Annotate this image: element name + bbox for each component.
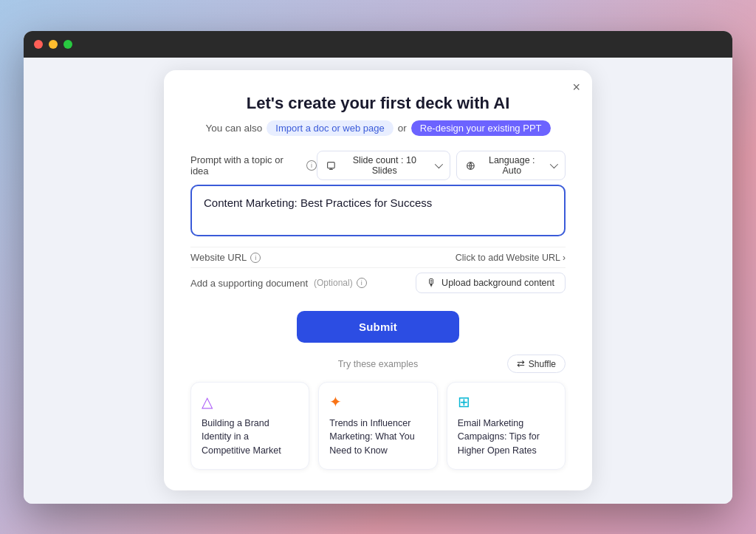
upload-background-button[interactable]: 🎙 Upload background content	[416, 273, 566, 293]
examples-header: Try these examples ⇄ Shuffle	[190, 355, 566, 373]
maximize-traffic-light[interactable]	[63, 40, 72, 49]
slide-count-chevron	[434, 160, 442, 168]
doc-label: Add a supporting document (Optional) i	[190, 278, 367, 289]
close-traffic-light[interactable]	[34, 40, 43, 49]
browser-content: × Let's create your first deck with AI Y…	[24, 58, 732, 504]
example-card-2-text: Trends in Influencer Marketing: What You…	[329, 417, 426, 456]
example-card-3[interactable]: ⊞ Email Marketing Campaigns: Tips for Hi…	[447, 382, 566, 469]
shuffle-icon: ⇄	[517, 358, 525, 369]
language-chevron	[550, 160, 558, 168]
controls-row: Prompt with a topic or idea i Slide coun…	[190, 151, 566, 180]
shuffle-button[interactable]: ⇄ Shuffle	[507, 355, 566, 373]
website-url-row: Website URL i Click to add Website URL ›	[190, 247, 566, 267]
prompt-label: Prompt with a topic or idea i	[190, 154, 317, 177]
submit-button[interactable]: Submit	[297, 311, 459, 343]
slide-count-selector[interactable]: Slide count : 10 Slides	[317, 151, 450, 180]
examples-label: Try these examples	[315, 359, 440, 369]
selectors-row: Slide count : 10 Slides Language : Auto	[317, 151, 566, 180]
prompt-info-icon[interactable]: i	[306, 160, 317, 171]
example-card-1[interactable]: △ Building a Brand Identity in a Competi…	[190, 382, 309, 469]
subtitle-or: or	[398, 123, 407, 134]
supporting-doc-row: Add a supporting document (Optional) i 🎙…	[190, 267, 566, 298]
browser-window: × Let's create your first deck with AI Y…	[24, 31, 732, 504]
example-cards-container: △ Building a Brand Identity in a Competi…	[190, 382, 566, 469]
redesign-badge[interactable]: Re-design your existing PPT	[411, 120, 551, 136]
upload-icon: 🎙	[427, 277, 437, 289]
example-card-1-icon: △	[202, 393, 298, 411]
example-card-3-text: Email Marketing Campaigns: Tips for High…	[458, 417, 554, 456]
modal-title: Let's create your first deck with AI	[190, 94, 566, 113]
prompt-input[interactable]: Content Marketing: Best Practices for Su…	[190, 185, 566, 236]
svg-rect-0	[328, 162, 335, 168]
modal-close-button[interactable]: ×	[572, 81, 580, 94]
example-card-3-icon: ⊞	[458, 393, 554, 411]
doc-info-icon[interactable]: i	[357, 278, 367, 288]
main-modal: × Let's create your first deck with AI Y…	[164, 70, 592, 490]
slides-icon	[326, 161, 336, 171]
subtitle-row: You can also Import a doc or web page or…	[190, 120, 566, 136]
example-card-2-icon: ✦	[329, 393, 426, 411]
add-website-url-action[interactable]: Click to add Website URL ›	[456, 253, 566, 263]
add-url-arrow-icon: ›	[563, 253, 566, 263]
import-badge[interactable]: Import a doc or web page	[267, 120, 393, 136]
minimize-traffic-light[interactable]	[49, 40, 58, 49]
example-card-1-text: Building a Brand Identity in a Competiti…	[202, 417, 298, 456]
subtitle-prefix: You can also	[205, 123, 262, 134]
language-selector[interactable]: Language : Auto	[456, 151, 566, 180]
titlebar	[24, 31, 732, 58]
example-card-2[interactable]: ✦ Trends in Influencer Marketing: What Y…	[318, 382, 437, 469]
modal-overlay: × Let's create your first deck with AI Y…	[24, 58, 732, 504]
website-url-info-icon[interactable]: i	[250, 253, 261, 263]
language-icon	[466, 161, 475, 171]
examples-section: Try these examples ⇄ Shuffle △ Building …	[190, 355, 566, 469]
doc-optional-label: (Optional)	[314, 278, 353, 288]
website-url-label: Website URL i	[190, 252, 261, 263]
